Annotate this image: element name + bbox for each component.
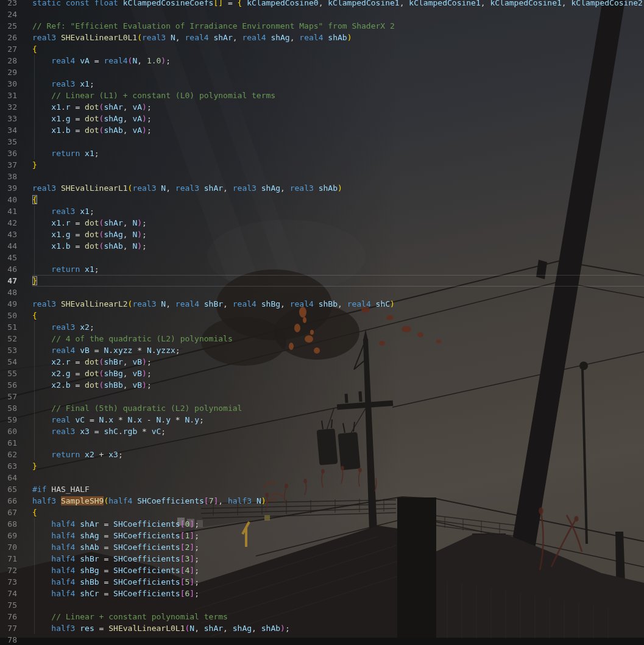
line-number[interactable]: 49 [0,298,17,310]
line-number[interactable]: 57 [0,391,17,402]
code-line[interactable]: 55 x2.g = dot(shBg, vB); [0,368,644,379]
line-number[interactable]: 38 [0,171,17,182]
line-number[interactable]: 34 [0,124,17,136]
code-line[interactable]: 31 // Linear (L1) + constant (L0) polyno… [0,90,644,101]
line-number[interactable]: 78 [0,634,17,645]
line-number[interactable]: 51 [0,321,17,333]
code-line[interactable]: 42 x1.r = dot(shAr, N); [0,217,644,229]
code-line[interactable]: 71 half4 shBr = SHCoefficients[3]; [0,553,644,565]
code-line[interactable]: 78 [0,634,644,645]
line-number[interactable]: 40 [0,194,17,205]
code-line[interactable]: 28 real4 vA = real4(N, 1.0); [0,55,644,66]
line-number[interactable]: 73 [0,576,17,588]
line-number[interactable]: 37 [0,159,17,171]
line-number[interactable]: 72 [0,565,17,576]
code-line[interactable]: 56 x2.b = dot(shBb, vB); [0,379,644,391]
code-line[interactable]: 73 half4 shBb = SHCoefficients[5]; [0,576,644,588]
line-number[interactable]: 30 [0,78,17,90]
line-number[interactable]: 28 [0,55,17,66]
line-number[interactable]: 36 [0,148,17,159]
line-number[interactable]: 29 [0,66,17,78]
line-number[interactable]: 45 [0,252,17,263]
code-line[interactable]: 65#if HAS_HALF [0,483,644,495]
line-number[interactable]: 43 [0,229,17,240]
line-number[interactable]: 71 [0,553,17,565]
code-line[interactable]: 26real3 SHEvalLinearL0L1(real3 N, real4 … [0,32,644,43]
code-line[interactable]: 67{ [0,507,644,518]
code-line[interactable]: 44 x1.b = dot(shAb, N); [0,240,644,252]
editor-viewport[interactable]: 23static const float kClampedCosineCoefs… [0,0,644,645]
line-number[interactable]: 66 [0,495,17,507]
code-line[interactable]: 75 [0,599,644,611]
code-line[interactable]: 47} [0,275,644,287]
line-number[interactable]: 53 [0,344,17,356]
line-number[interactable]: 67 [0,507,17,518]
code-line[interactable]: 66half3 SampleSH9(half4 SHCoefficients[7… [0,495,644,507]
code-line[interactable]: 58 // Final (5th) quadratic (L2) polynom… [0,402,644,414]
line-number[interactable]: 44 [0,240,17,252]
line-number[interactable]: 75 [0,599,17,611]
code-line[interactable]: 57 [0,391,644,402]
line-number[interactable]: 62 [0,449,17,460]
line-number[interactable]: 64 [0,472,17,483]
line-number[interactable]: 77 [0,622,17,634]
code-line[interactable]: 36 return x1; [0,148,644,159]
code-line[interactable]: 24 [0,9,644,20]
code-line[interactable]: 38 [0,171,644,182]
code-line[interactable]: 23static const float kClampedCosineCoefs… [0,0,644,9]
line-number[interactable]: 52 [0,333,17,344]
code-line[interactable]: 37} [0,159,644,171]
code-line[interactable]: 33 x1.g = dot(shAg, vA); [0,113,644,124]
line-number[interactable]: 41 [0,205,17,217]
code-line[interactable]: 41 real3 x1; [0,205,644,217]
line-number[interactable]: 60 [0,426,17,437]
line-number[interactable]: 61 [0,437,17,449]
code-line[interactable]: 29 [0,66,644,78]
line-number[interactable]: 70 [0,541,17,553]
code-line[interactable]: 59 real vC = N.x * N.x - N.y * N.y; [0,414,644,426]
code-line[interactable]: 46 return x1; [0,263,644,275]
code-line[interactable]: 30 real3 x1; [0,78,644,90]
code-line[interactable]: 43 x1.g = dot(shAg, N); [0,229,644,240]
line-number[interactable]: 27 [0,43,17,55]
line-number[interactable]: 26 [0,32,17,43]
line-number[interactable]: 68 [0,518,17,530]
line-number[interactable]: 39 [0,182,17,194]
code-line[interactable]: 40{ [0,194,644,205]
code-line[interactable]: 53 real4 vB = N.xyzz * N.yzzx; [0,344,644,356]
line-number[interactable]: 48 [0,287,17,298]
line-number[interactable]: 69 [0,530,17,541]
line-number[interactable]: 59 [0,414,17,426]
line-number[interactable]: 32 [0,101,17,113]
line-number[interactable]: 50 [0,310,17,321]
line-number[interactable]: 31 [0,90,17,101]
line-number[interactable]: 42 [0,217,17,229]
code-line[interactable]: 70 half4 shAb = SHCoefficients[2]; [0,541,644,553]
line-number[interactable]: 33 [0,113,17,124]
line-number[interactable]: 47 [0,275,17,287]
code-line[interactable]: 35 [0,136,644,148]
line-number[interactable]: 35 [0,136,17,148]
line-number[interactable]: 76 [0,611,17,622]
code-line[interactable]: 54 x2.r = dot(shBr, vB); [0,356,644,368]
code-line[interactable]: 74 half4 shCr = SHCoefficients[6]; [0,588,644,599]
code-line[interactable]: 49real3 SHEvalLinearL2(real3 N, real4 sh… [0,298,644,310]
code-line[interactable]: 62 return x2 + x3; [0,449,644,460]
code-line[interactable]: 50{ [0,310,644,321]
line-number[interactable]: 65 [0,483,17,495]
code-line[interactable]: 72 half4 shBg = SHCoefficients[4]; [0,565,644,576]
code-line[interactable]: 32 x1.r = dot(shAr, vA); [0,101,644,113]
line-number[interactable]: 58 [0,402,17,414]
code-line[interactable]: 68 half4 shAr = SHCoefficients[0]; [0,518,644,530]
code-line[interactable]: 61 [0,437,644,449]
code-line[interactable]: 48 [0,287,644,298]
line-number[interactable]: 74 [0,588,17,599]
code-line[interactable]: 69 half4 shAg = SHCoefficients[1]; [0,530,644,541]
code-line[interactable]: 27{ [0,43,644,55]
code-line[interactable]: 51 real3 x2; [0,321,644,333]
code-line[interactable]: 25// Ref: "Efficient Evaluation of Irrad… [0,20,644,32]
line-number[interactable]: 23 [0,0,17,9]
line-number[interactable]: 46 [0,263,17,275]
code-line[interactable]: 76 // Linear + constant polynomial terms [0,611,644,622]
line-number[interactable]: 54 [0,356,17,368]
